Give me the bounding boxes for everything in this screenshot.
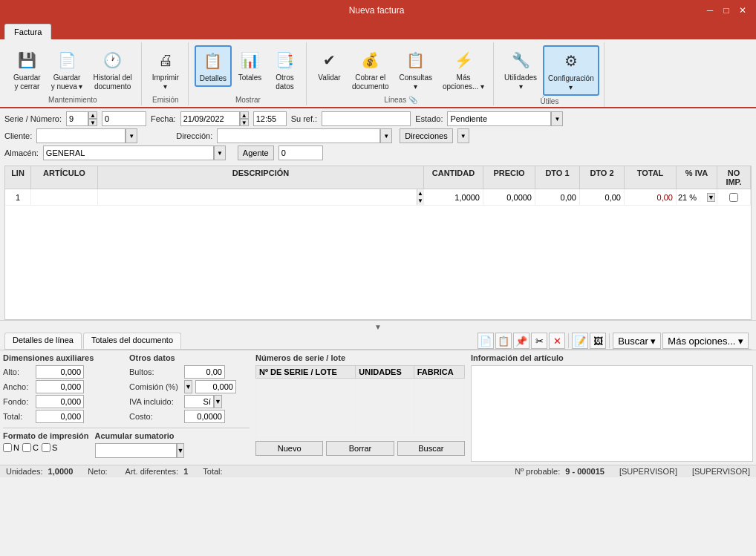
tb-delete-button[interactable]: ✕ (549, 333, 565, 349)
table-row[interactable]: 1 ▲ ▼ 1,0000 0,0000 0,00 0,00 0,00 21 % … (5, 189, 751, 206)
totales-button[interactable]: 📊 Totales (233, 45, 267, 85)
estado-label: Estado: (415, 114, 443, 123)
cell-descripcion[interactable]: ▲ ▼ (98, 189, 424, 205)
formato-c-checkbox[interactable] (22, 443, 31, 452)
direccion-input[interactable] (217, 128, 380, 143)
col-precio: PRECIO (483, 166, 535, 189)
iva-dropdown-button[interactable]: ▼ (707, 193, 715, 202)
bultos-input[interactable] (184, 365, 225, 379)
almacen-input[interactable] (43, 145, 214, 160)
acumular-dropdown[interactable]: ▼ (177, 443, 185, 458)
cliente-input[interactable] (36, 128, 126, 143)
su-ref-input[interactable] (322, 111, 411, 126)
mostrar-group-label: Mostrar (235, 94, 261, 104)
configuracion-button[interactable]: ⚙ Configuración▾ (543, 45, 599, 96)
borrar-serie-button[interactable]: Borrar (326, 441, 394, 456)
estado-input[interactable] (447, 111, 551, 126)
noimp-checkbox[interactable] (729, 193, 738, 202)
detalles-button[interactable]: 📋 Detalles (195, 45, 232, 87)
utilidades-label: Utilidades▾ (504, 73, 537, 91)
serie-input[interactable] (66, 111, 88, 126)
formato-n-checkbox[interactable] (3, 443, 12, 452)
tb-new-button[interactable]: 📄 (478, 333, 494, 349)
tb-paste-button[interactable]: 📌 (513, 333, 529, 349)
agente-button[interactable]: Agente (238, 145, 274, 160)
utilidades-button[interactable]: 🔧 Utilidades▾ (500, 45, 541, 94)
guardar-nueva-button[interactable]: 📄 Guardary nueva ▾ (47, 45, 88, 94)
scroll-down-icon[interactable]: ▼ (374, 323, 382, 331)
comision-dropdown-btn[interactable]: ▼ (184, 380, 192, 393)
neto-label: Neto: (88, 467, 110, 476)
formato-s-checkbox[interactable] (42, 443, 50, 452)
mas-opciones-bottom-button[interactable]: Más opciones... ▾ (662, 333, 749, 349)
estado-dropdown-button[interactable]: ▼ (551, 111, 563, 126)
cell-total[interactable]: 0,00 (625, 189, 677, 205)
buscar-serie-button[interactable]: Buscar (397, 441, 465, 456)
cell-cantidad[interactable]: 1,0000 (424, 189, 483, 205)
historial-button[interactable]: 🕐 Historial deldocumento (89, 45, 137, 94)
minimize-button[interactable]: ─ (703, 3, 717, 18)
guardar-nueva-label: Guardary nueva ▾ (51, 73, 83, 91)
mas-opciones-button[interactable]: ⚡ Másopciones... ▾ (438, 45, 489, 94)
direcciones-button[interactable]: Direcciones (400, 128, 452, 143)
scroll-down-btn[interactable]: ▼ (417, 197, 423, 206)
cell-articulo[interactable] (31, 189, 98, 205)
tb-copy-button[interactable]: 📋 (495, 333, 512, 349)
costo-input[interactable] (184, 410, 225, 423)
unidades-value: 1,0000 (48, 467, 74, 476)
totales-documento-tab[interactable]: Totales del documento (83, 333, 181, 349)
cobrar-button[interactable]: 💰 Cobrar eldocumento (348, 45, 393, 94)
factura-tab[interactable]: Factura (4, 24, 51, 39)
close-button[interactable]: ✕ (735, 3, 750, 18)
fecha-down-button[interactable]: ▼ (240, 119, 249, 126)
comision-input[interactable] (195, 380, 236, 393)
serie-table-header-row: Nº DE SERIE / LOTE UNIDADES FABRICA (256, 366, 465, 379)
validar-icon: ✔ (318, 48, 342, 72)
acumular-input[interactable] (95, 443, 177, 458)
iva-incluido-dropdown[interactable]: ▼ (214, 395, 222, 408)
direcciones-dropdown-button[interactable]: ▼ (457, 128, 469, 143)
serie-down-button[interactable]: ▼ (88, 119, 97, 126)
alto-input[interactable] (36, 365, 84, 379)
detalles-linea-tab[interactable]: Detalles de línea (4, 333, 82, 349)
col-articulo: ARTÍCULO (31, 166, 98, 189)
maximize-button[interactable]: □ (719, 3, 734, 18)
cell-dto1[interactable]: 0,00 (535, 189, 580, 205)
numero-input[interactable] (102, 111, 146, 126)
cliente-dropdown-button[interactable]: ▼ (126, 128, 137, 143)
cell-dto2[interactable]: 0,00 (580, 189, 625, 205)
serie-up-button[interactable]: ▲ (88, 111, 97, 119)
cliente-label: Cliente: (4, 131, 32, 140)
validar-button[interactable]: ✔ Validar (313, 45, 346, 85)
agente-input[interactable] (278, 145, 323, 160)
tb-image-button[interactable]: 🖼 (590, 333, 606, 349)
imprimir-button[interactable]: 🖨 Imprimir▾ (148, 45, 183, 94)
total-input[interactable] (36, 410, 84, 423)
cell-noimp[interactable] (717, 189, 751, 205)
bottom-toolbar: 📄 📋 📌 ✂ ✕ 📝 🖼 Buscar ▾ Más opciones... ▾ (475, 333, 752, 349)
cell-iva[interactable]: 21 % ▼ (677, 189, 717, 205)
ancho-input[interactable] (36, 380, 84, 393)
almacen-dropdown-button[interactable]: ▼ (214, 145, 226, 160)
window-controls[interactable]: ─ □ ✕ (703, 3, 750, 18)
serie-table-body (256, 379, 465, 438)
guardar-cerrar-button[interactable]: 💾 Guardary cerrar (9, 45, 45, 94)
iva-incluido-input[interactable] (184, 395, 214, 408)
nuevo-serie-button[interactable]: Nuevo (255, 441, 323, 456)
fecha-up-button[interactable]: ▲ (240, 111, 249, 119)
tab-bar: Factura (0, 21, 756, 39)
tb-cut-button[interactable]: ✂ (531, 333, 547, 349)
direccion-dropdown-button[interactable]: ▼ (380, 128, 392, 143)
fecha-input[interactable] (180, 111, 240, 126)
detalles-icon: 📋 (201, 49, 225, 73)
historial-icon: 🕐 (101, 48, 125, 72)
consultas-button[interactable]: 📋 Consultas▾ (394, 45, 436, 94)
otros-datos-button[interactable]: 📑 Otrosdatos (268, 45, 302, 94)
buscar-btn[interactable]: Buscar ▾ (613, 333, 661, 349)
hora-input[interactable] (253, 111, 287, 126)
cell-precio[interactable]: 0,0000 (483, 189, 535, 205)
acumular-panel: Acumular sumatorio ▼ (95, 431, 250, 458)
scroll-up-btn[interactable]: ▲ (417, 189, 423, 197)
fondo-input[interactable] (36, 395, 84, 408)
tb-edit-button[interactable]: 📝 (572, 333, 588, 349)
